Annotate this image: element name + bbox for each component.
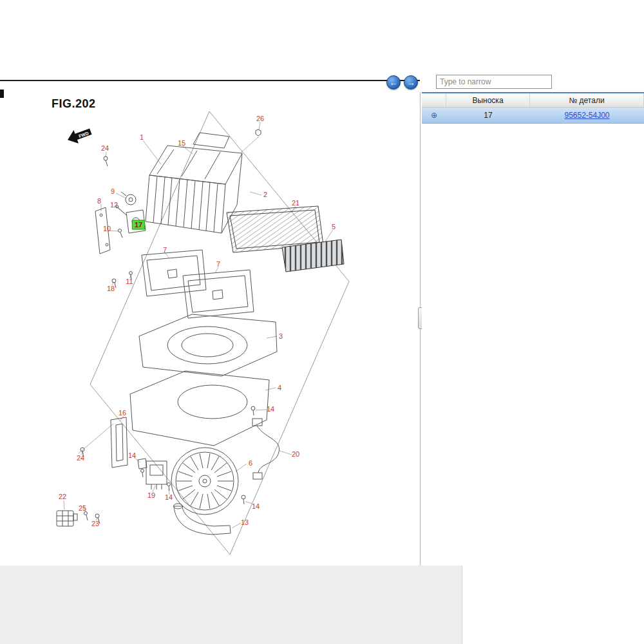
connector-22 (57, 511, 77, 526)
callout-6[interactable]: 6 (249, 460, 252, 467)
exploded-diagram: FWD (0, 0, 420, 644)
search-input[interactable] (436, 75, 552, 89)
parts-table-header: Выноска № детали (422, 93, 644, 108)
callout-24[interactable]: 24 (77, 455, 84, 462)
callout-22[interactable]: 22 (59, 493, 66, 500)
nut-26 (256, 129, 261, 136)
drain-duct (174, 504, 231, 535)
callout-9[interactable]: 9 (111, 188, 115, 195)
row-callout-value: 17 (446, 108, 530, 123)
leader-lines (64, 122, 333, 528)
fwd-arrow-icon: FWD (65, 125, 93, 147)
bracket-16 (111, 417, 128, 468)
nav-back-button[interactable]: ← (386, 75, 401, 90)
wiring-harness (252, 419, 279, 479)
panel-splitter (420, 92, 421, 644)
callout-7[interactable]: 7 (163, 247, 167, 254)
callout-18[interactable]: 18 (107, 285, 115, 292)
callout-15[interactable]: 15 (178, 140, 185, 147)
callout-14[interactable]: 14 (128, 452, 136, 459)
lower-case (130, 371, 269, 446)
nav-forward-button[interactable]: → (404, 75, 418, 90)
parts-panel: Выноска № детали ⊕ 17 95652-54J00 (422, 92, 644, 644)
header-icon-column (422, 93, 446, 107)
callout-19[interactable]: 19 (147, 492, 155, 499)
callout-23[interactable]: 23 (91, 520, 99, 527)
header-callout-column[interactable]: Выноска (446, 93, 530, 107)
callout-24[interactable]: 24 (101, 145, 109, 152)
callout-4[interactable]: 4 (278, 384, 281, 392)
header-partnumber-column[interactable]: № детали (530, 93, 644, 107)
part-number-link[interactable]: 95652-54J00 (564, 111, 609, 120)
callout-17[interactable]: 17 (132, 220, 145, 230)
callout-16[interactable]: 16 (118, 410, 126, 417)
locate-part-icon[interactable]: ⊕ (431, 111, 437, 120)
callout-8[interactable]: 8 (97, 198, 101, 205)
callout-14[interactable]: 14 (252, 503, 260, 510)
callout-20[interactable]: 20 (292, 451, 299, 458)
upper-case (139, 314, 277, 376)
diagram-border (90, 111, 349, 554)
callout-13[interactable]: 13 (241, 519, 249, 526)
callout-3[interactable]: 3 (279, 333, 283, 340)
callout-10[interactable]: 10 (103, 225, 111, 232)
callout-21[interactable]: 21 (292, 200, 299, 207)
bottom-background (0, 565, 462, 644)
frame-7a (142, 250, 206, 296)
callout-14[interactable]: 14 (165, 494, 173, 501)
callout-2[interactable]: 2 (263, 191, 267, 198)
callout-26[interactable]: 26 (256, 115, 264, 122)
frame-7b (183, 270, 254, 318)
callout-14[interactable]: 14 (267, 406, 274, 413)
callout-5[interactable]: 5 (332, 223, 336, 231)
callout-11[interactable]: 11 (126, 278, 133, 285)
parts-table-row[interactable]: ⊕ 17 95652-54J00 (422, 108, 644, 124)
callout-25[interactable]: 25 (79, 505, 86, 512)
small-fasteners (80, 448, 245, 504)
callout-12[interactable]: 12 (110, 202, 118, 209)
callout-7[interactable]: 7 (216, 261, 220, 268)
callout-1[interactable]: 1 (140, 134, 144, 141)
